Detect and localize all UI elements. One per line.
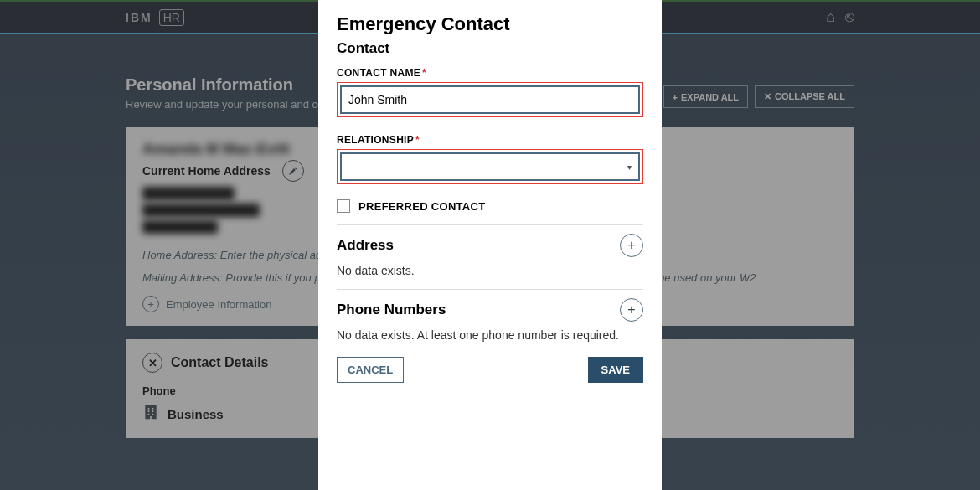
contact-name-label: CONTACT NAME* xyxy=(337,67,643,79)
phone-section-title: Phone Numbers xyxy=(337,302,643,318)
modal-title: Emergency Contact xyxy=(337,13,643,35)
contact-name-validation-box xyxy=(337,82,643,117)
address-section-title: Address xyxy=(337,237,643,254)
address-section: Address + No data exists. xyxy=(337,224,643,277)
add-address-button[interactable]: + xyxy=(620,234,643,257)
address-empty-text: No data exists. xyxy=(337,264,643,277)
preferred-contact-checkbox[interactable] xyxy=(337,199,350,213)
emergency-contact-modal: Emergency Contact Contact CONTACT NAME* … xyxy=(318,0,662,490)
add-phone-button[interactable]: + xyxy=(620,298,643,322)
relationship-label: RELATIONSHIP* xyxy=(337,134,643,146)
preferred-contact-label: PREFERRED CONTACT xyxy=(358,200,485,213)
phone-empty-text: No data exists. At least one phone numbe… xyxy=(337,328,643,342)
phone-section: Phone Numbers + No data exists. At least… xyxy=(337,289,643,342)
save-button[interactable]: SAVE xyxy=(588,357,643,383)
modal-subtitle: Contact xyxy=(337,40,643,57)
contact-name-input[interactable] xyxy=(340,85,640,114)
cancel-button[interactable]: CANCEL xyxy=(337,357,404,383)
relationship-validation-box: ▾ xyxy=(337,149,643,184)
relationship-select[interactable] xyxy=(340,152,640,181)
